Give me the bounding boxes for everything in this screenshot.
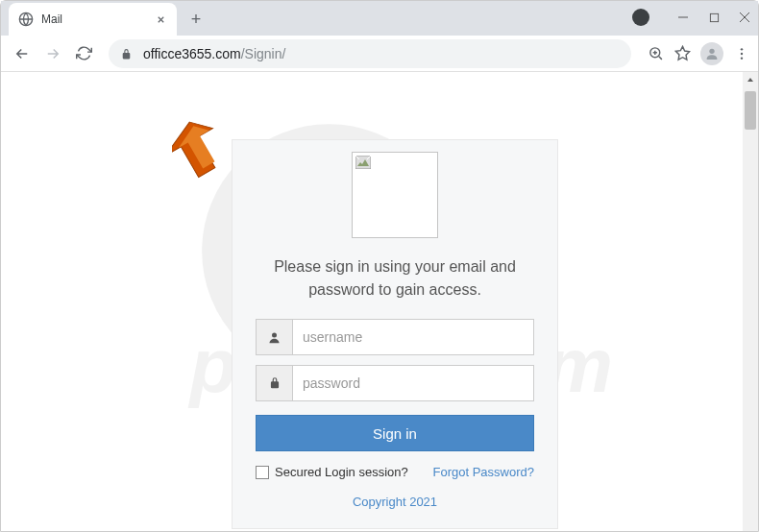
copyright-text: Copyright 2021 — [256, 495, 534, 509]
scroll-up-icon — [747, 76, 754, 84]
minimize-button[interactable] — [676, 11, 690, 24]
url-domain: officce3655.com — [143, 46, 241, 61]
window-controls — [632, 0, 751, 35]
scroll-thumb[interactable] — [745, 91, 756, 130]
page-viewport: pcrisk.com Please sign in using your ema… — [1, 72, 758, 531]
secured-session-label: Secured Login session? — [275, 465, 408, 479]
close-window-button[interactable] — [738, 11, 751, 24]
login-bottom-row: Secured Login session? Forgot Password? — [256, 465, 534, 479]
password-input[interactable] — [293, 366, 533, 400]
menu-icon[interactable] — [733, 45, 750, 62]
username-input[interactable] — [293, 320, 533, 354]
globe-icon — [18, 12, 34, 27]
broken-image-icon — [355, 156, 371, 169]
url-text: officce3655.com/Signin/ — [143, 45, 285, 62]
signin-heading: Please sign in using your email and pass… — [256, 255, 534, 302]
zoom-icon[interactable] — [647, 45, 664, 62]
star-icon[interactable] — [673, 45, 691, 62]
back-button[interactable] — [9, 40, 36, 67]
forward-button[interactable] — [39, 40, 66, 67]
svg-point-13 — [272, 332, 277, 337]
profile-badge-icon[interactable] — [632, 9, 649, 26]
svg-point-6 — [741, 57, 743, 59]
username-group — [256, 319, 534, 355]
url-path: /Signin/ — [241, 46, 286, 61]
tab-bar: Mail + — [1, 1, 758, 36]
profile-avatar[interactable] — [700, 42, 723, 65]
reload-button[interactable] — [70, 40, 97, 67]
lock-icon — [257, 366, 293, 400]
password-group — [256, 365, 534, 401]
svg-rect-1 — [710, 13, 718, 21]
secured-session-checkbox[interactable]: Secured Login session? — [256, 465, 408, 479]
tab-title: Mail — [41, 12, 146, 26]
vertical-scrollbar[interactable] — [743, 72, 758, 531]
svg-point-4 — [741, 48, 743, 50]
logo-placeholder — [352, 152, 438, 238]
lock-icon — [120, 47, 134, 60]
checkbox-icon — [256, 466, 269, 479]
browser-toolbar: officce3655.com/Signin/ — [1, 36, 758, 72]
toolbar-right — [647, 42, 750, 65]
svg-point-5 — [741, 52, 743, 54]
maximize-button[interactable] — [707, 11, 721, 24]
arrow-annotation-icon — [172, 120, 230, 187]
new-tab-button[interactable]: + — [183, 6, 209, 33]
close-icon[interactable] — [154, 12, 167, 26]
forgot-password-link[interactable]: Forgot Password? — [433, 465, 535, 479]
browser-tab[interactable]: Mail — [9, 3, 177, 36]
user-icon — [257, 320, 293, 354]
browser-window: Mail + — [0, 0, 759, 532]
svg-point-3 — [709, 48, 714, 53]
login-panel: Please sign in using your email and pass… — [232, 139, 558, 529]
signin-button[interactable]: Sign in — [256, 415, 534, 451]
address-bar[interactable]: officce3655.com/Signin/ — [109, 39, 631, 68]
